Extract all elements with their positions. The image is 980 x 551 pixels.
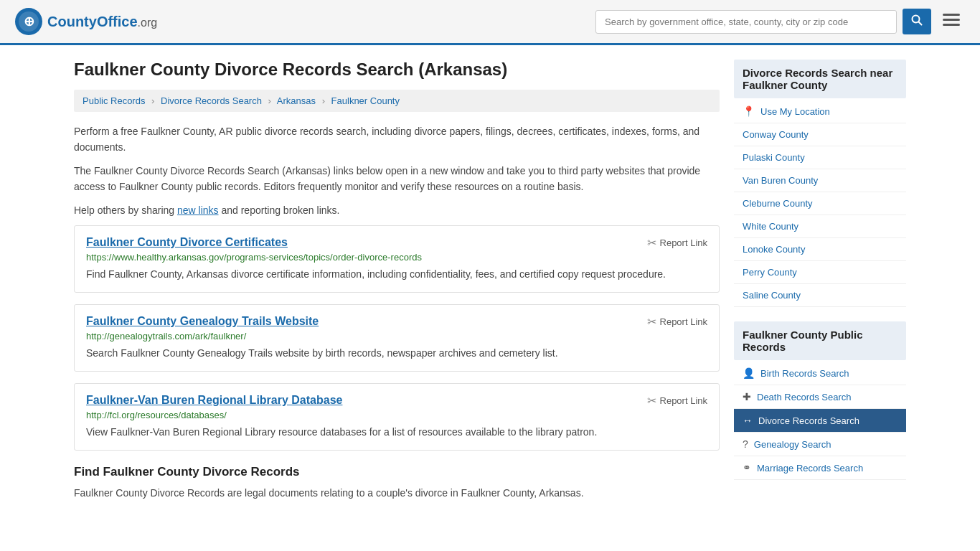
conway-county-link[interactable]: Conway County: [743, 129, 809, 140]
breadcrumb-sep-2: ›: [268, 95, 271, 106]
sidebar-public-records-title: Faulkner County Public Records: [734, 321, 906, 360]
svg-line-4: [919, 22, 922, 25]
content-area: Faulkner County Divorce Records Search (…: [74, 60, 720, 508]
new-links-link[interactable]: new links: [177, 204, 219, 216]
search-area: [595, 9, 966, 34]
menu-button[interactable]: [937, 9, 966, 34]
result-header-1: Faulkner County Genealogy Trails Website…: [86, 315, 707, 331]
result-url-1: http://genealogytrails.com/ark/faulkner/: [86, 331, 707, 342]
report-link-btn-1[interactable]: ✂ Report Link: [647, 315, 707, 329]
sidebar-item-van-buren[interactable]: Van Buren County: [734, 169, 906, 192]
report-link-btn-0[interactable]: ✂ Report Link: [647, 236, 707, 250]
sidebar: Divorce Records Search near Faulkner Cou…: [734, 60, 906, 508]
sidebar-item-death-records[interactable]: ✚ Death Records Search: [734, 385, 906, 409]
result-desc-1: Search Faulkner County Genealogy Trails …: [86, 346, 707, 361]
sidebar-item-pulaski[interactable]: Pulaski County: [734, 146, 906, 169]
sidebar-item-perry[interactable]: Perry County: [734, 261, 906, 284]
van-buren-county-link[interactable]: Van Buren County: [743, 175, 818, 186]
sidebar-item-birth-records[interactable]: 👤 Birth Records Search: [734, 362, 906, 385]
result-title-1[interactable]: Faulkner County Genealogy Trails Website: [86, 315, 319, 328]
arrows-icon: ↔: [743, 415, 753, 426]
report-link-label-0: Report Link: [660, 237, 707, 248]
sidebar-item-white[interactable]: White County: [734, 215, 906, 238]
breadcrumb-divorce-records-search[interactable]: Divorce Records Search: [161, 95, 262, 106]
description-3: Help others by sharing new links and rep…: [74, 202, 720, 218]
use-my-location-link[interactable]: Use My Location: [760, 106, 830, 117]
search-input[interactable]: [595, 10, 897, 34]
sidebar-item-use-my-location[interactable]: 📍 Use My Location: [734, 100, 906, 123]
description-2: The Faulkner County Divorce Records Sear…: [74, 163, 720, 195]
result-card-2: Faulkner-Van Buren Regional Library Data…: [74, 383, 720, 451]
breadcrumb-arkansas[interactable]: Arkansas: [277, 95, 316, 106]
person-icon: 👤: [743, 367, 755, 379]
svg-rect-6: [943, 19, 960, 21]
rings-icon: ⚭: [743, 462, 751, 474]
death-records-search-link[interactable]: Death Records Search: [757, 392, 852, 402]
report-link-label-2: Report Link: [660, 395, 707, 406]
sidebar-item-genealogy[interactable]: ? Genealogy Search: [734, 433, 906, 456]
sidebar-nearby-title: Divorce Records Search near Faulkner Cou…: [734, 60, 906, 98]
sidebar-item-cleburne[interactable]: Cleburne County: [734, 192, 906, 215]
sidebar-nearby-section: Divorce Records Search near Faulkner Cou…: [734, 60, 906, 307]
result-desc-0: Find Faulkner County, Arkansas divorce c…: [86, 267, 707, 282]
cross-icon: ✚: [743, 391, 751, 402]
sidebar-item-saline[interactable]: Saline County: [734, 284, 906, 307]
result-card-0: Faulkner County Divorce Certificates ✂ R…: [74, 225, 720, 293]
birth-records-search-link[interactable]: Birth Records Search: [760, 368, 849, 379]
result-card-1: Faulkner County Genealogy Trails Website…: [74, 304, 720, 372]
saline-county-link[interactable]: Saline County: [743, 290, 801, 301]
report-link-btn-2[interactable]: ✂ Report Link: [647, 394, 707, 408]
result-header-0: Faulkner County Divorce Certificates ✂ R…: [86, 236, 707, 252]
breadcrumb-sep-3: ›: [322, 95, 325, 106]
question-icon: ?: [743, 438, 748, 450]
marriage-records-search-link[interactable]: Marriage Records Search: [757, 463, 863, 474]
breadcrumb: Public Records › Divorce Records Search …: [74, 90, 720, 112]
divorce-records-search-link[interactable]: Divorce Records Search: [758, 415, 859, 426]
result-title-2[interactable]: Faulkner-Van Buren Regional Library Data…: [86, 394, 342, 407]
report-link-label-1: Report Link: [660, 316, 707, 327]
cleburne-county-link[interactable]: Cleburne County: [743, 198, 813, 209]
sidebar-item-divorce-records[interactable]: ↔ Divorce Records Search: [734, 409, 906, 433]
pulaski-county-link[interactable]: Pulaski County: [743, 152, 805, 163]
lonoke-county-link[interactable]: Lonoke County: [743, 244, 805, 255]
logo-area: ⊕ CountyOffice.org: [14, 7, 157, 36]
sidebar-item-lonoke[interactable]: Lonoke County: [734, 238, 906, 261]
report-icon-0: ✂: [647, 236, 656, 250]
find-section-text: Faulkner County Divorce Records are lega…: [74, 485, 720, 501]
find-section-heading: Find Faulkner County Divorce Records: [74, 465, 720, 479]
breadcrumb-faulkner-county[interactable]: Faulkner County: [331, 95, 400, 106]
page-title: Faulkner County Divorce Records Search (…: [74, 60, 720, 80]
breadcrumb-public-records[interactable]: Public Records: [83, 95, 145, 106]
location-icon: 📍: [743, 105, 755, 117]
sidebar-item-conway[interactable]: Conway County: [734, 123, 906, 146]
perry-county-link[interactable]: Perry County: [743, 267, 797, 278]
svg-rect-5: [943, 14, 960, 16]
svg-text:⊕: ⊕: [24, 14, 34, 29]
search-button[interactable]: [903, 9, 931, 34]
result-desc-2: View Faulkner-Van Buren Regional Library…: [86, 425, 707, 440]
sidebar-item-marriage-records[interactable]: ⚭ Marriage Records Search: [734, 456, 906, 480]
report-icon-2: ✂: [647, 394, 656, 408]
result-header-2: Faulkner-Van Buren Regional Library Data…: [86, 394, 707, 410]
result-title-0[interactable]: Faulkner County Divorce Certificates: [86, 236, 288, 249]
site-header: ⊕ CountyOffice.org: [0, 0, 980, 45]
logo-icon: ⊕: [14, 7, 43, 36]
main-container: Faulkner County Divorce Records Search (…: [60, 45, 920, 522]
description-1: Perform a free Faulkner County, AR publi…: [74, 123, 720, 156]
breadcrumb-sep-1: ›: [151, 95, 154, 106]
result-url-0: https://www.healthy.arkansas.gov/program…: [86, 252, 707, 263]
white-county-link[interactable]: White County: [743, 221, 798, 232]
genealogy-search-link[interactable]: Genealogy Search: [754, 439, 831, 450]
result-url-2: http://fcl.org/resources/databases/: [86, 410, 707, 420]
sidebar-public-records-section: Faulkner County Public Records 👤 Birth R…: [734, 321, 906, 480]
logo-text: CountyOffice.org: [47, 14, 157, 30]
report-icon-1: ✂: [647, 315, 656, 329]
svg-rect-7: [943, 24, 960, 26]
